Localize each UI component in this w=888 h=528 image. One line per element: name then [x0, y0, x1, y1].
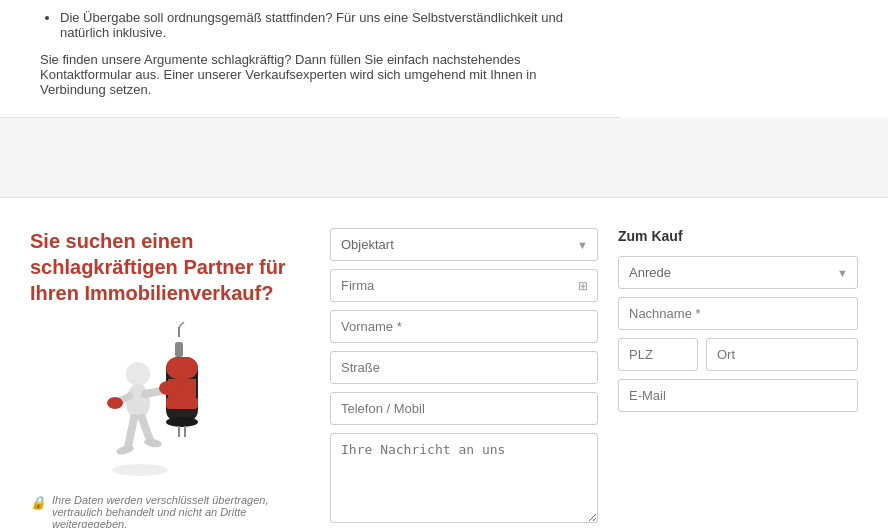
svg-point-10 — [126, 362, 150, 386]
plz-ort-row — [618, 338, 858, 371]
strasse-input[interactable] — [330, 351, 598, 384]
svg-line-17 — [142, 418, 150, 440]
left-heading: Sie suchen einen schlagkräftigen Partner… — [30, 228, 310, 306]
svg-rect-0 — [175, 342, 183, 357]
main-section: Sie suchen einen schlagkräftigen Partner… — [0, 198, 888, 528]
anrede-select[interactable]: Anrede Herr Frau — [618, 256, 858, 289]
nachname-input[interactable] — [618, 297, 858, 330]
svg-point-13 — [159, 381, 177, 395]
firma-wrapper: ⊞ — [330, 269, 598, 302]
vorname-input[interactable] — [330, 310, 598, 343]
top-list: Die Übergabe soll ordnungsgemäß stattfin… — [60, 10, 580, 40]
boxer-svg — [90, 322, 250, 482]
nachricht-textarea[interactable] — [330, 433, 598, 523]
boxer-image — [90, 322, 250, 482]
svg-line-16 — [128, 418, 134, 447]
svg-point-7 — [166, 417, 198, 427]
ort-input[interactable] — [706, 338, 858, 371]
objektart-select[interactable]: Objektart Haus Wohnung Gewerbe Grundstüc… — [330, 228, 598, 261]
objektart-wrapper: Objektart Haus Wohnung Gewerbe Grundstüc… — [330, 228, 598, 261]
plz-input[interactable] — [618, 338, 698, 371]
gray-separator — [0, 118, 888, 198]
svg-rect-5 — [166, 397, 198, 409]
right-form-column: Zum Kauf Anrede Herr Frau ▼ — [618, 228, 858, 528]
top-list-item: Die Übergabe soll ordnungsgemäß stattfin… — [60, 10, 580, 40]
middle-form-column: Objektart Haus Wohnung Gewerbe Grundstüc… — [330, 228, 598, 528]
svg-line-2 — [179, 322, 184, 327]
left-column: Sie suchen einen schlagkräftigen Partner… — [30, 228, 310, 528]
lock-icon: 🔒 — [30, 495, 46, 510]
security-text: Ihre Daten werden verschlüsselt übertrag… — [52, 494, 310, 528]
anrede-wrapper: Anrede Herr Frau ▼ — [618, 256, 858, 289]
top-section: Die Übergabe soll ordnungsgemäß stattfin… — [0, 0, 620, 118]
svg-point-20 — [112, 464, 168, 476]
security-notice: 🔒 Ihre Daten werden verschlüsselt übertr… — [30, 494, 310, 528]
svg-point-11 — [126, 384, 150, 420]
zum-kauf-label: Zum Kauf — [618, 228, 858, 244]
svg-point-15 — [107, 397, 123, 409]
telefon-input[interactable] — [330, 392, 598, 425]
firma-input[interactable] — [330, 269, 598, 302]
top-paragraph: Sie finden unsere Argumente schlagkräfti… — [40, 52, 580, 97]
svg-rect-4 — [166, 357, 198, 379]
email-input[interactable] — [618, 379, 858, 412]
